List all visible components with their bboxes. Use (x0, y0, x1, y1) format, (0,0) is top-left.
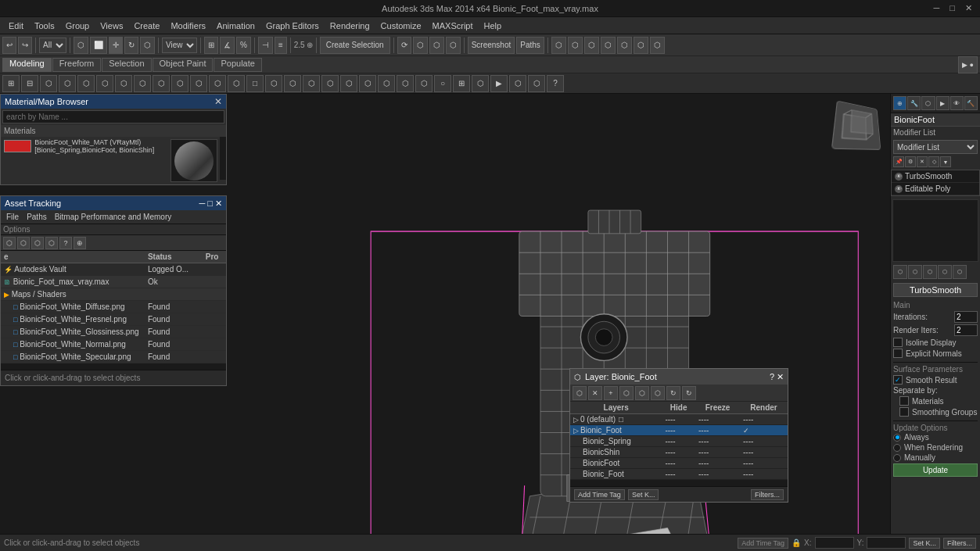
set-k-status-btn[interactable]: Set K... (909, 538, 940, 549)
tool-5[interactable]: ⬡ (77, 75, 95, 92)
ts-materials-checkbox[interactable] (899, 396, 909, 406)
layer-tool-1[interactable]: ⬡ (573, 386, 587, 400)
make-unique-icon[interactable]: ◇ (928, 156, 939, 167)
tool-26[interactable]: ⬡ (472, 75, 489, 92)
ts-manually-radio[interactable]: Manually (893, 453, 978, 462)
menu-graph-editors[interactable]: Graph Editors (261, 20, 324, 32)
mat-item[interactable]: BionicFoot_White_MAT (VRayMtl) [Bionic_S… (1, 137, 168, 156)
tool-27[interactable]: ▶ (490, 75, 508, 92)
ts-render-items-input[interactable] (954, 324, 978, 336)
material-browser-window[interactable]: Material/Map Browser ✕ Materials BionicF… (0, 94, 227, 185)
asset-tool-2[interactable]: ⬡ (17, 237, 30, 249)
editablepoly-visibility[interactable]: 👁 (895, 185, 903, 193)
populate-mode-btn[interactable]: ▶ ● (958, 56, 978, 73)
tab-modeling[interactable]: Modeling (2, 58, 52, 72)
close-btn[interactable]: ✕ (961, 3, 976, 13)
layer-row-spring[interactable]: Bionic_Spring ---- ---- ---- (570, 436, 788, 447)
menu-group[interactable]: Group (61, 20, 95, 32)
layer-row-default[interactable]: ▷0 (default)□ ---- ---- ---- (570, 414, 788, 425)
layer-row-foot2[interactable]: Bionic_Foot ---- ---- ---- (570, 469, 788, 480)
tool-30[interactable]: ? (547, 75, 564, 92)
asset-row-glossiness[interactable]: □ BionicFoot_White_Glossiness.png Found (1, 326, 226, 338)
render6-btn[interactable]: ⬡ (634, 37, 648, 54)
pin-stack-icon[interactable]: 📌 (893, 156, 904, 167)
tab-populate[interactable]: Populate (214, 58, 261, 72)
asset-row-file[interactable]: 🗎 Bionic_Foot_max_vray.max Ok (1, 276, 226, 288)
filters-btn[interactable]: Filters... (751, 489, 784, 500)
tool-21[interactable]: ⬡ (378, 75, 395, 92)
tool-29[interactable]: ⬡ (528, 75, 545, 92)
update-btn[interactable]: Update (893, 463, 978, 477)
panel-icon-c[interactable]: ⬡ (923, 265, 937, 279)
tab-selection[interactable]: Selection (102, 58, 151, 72)
select-btn[interactable]: ⬡ (74, 37, 88, 54)
menu-create[interactable]: Create (129, 20, 164, 32)
asset-row-diffuse[interactable]: □ BionicFoot_White_Diffuse.png Found (1, 301, 226, 313)
filters-status-btn[interactable]: Filters... (943, 538, 976, 549)
menu-views[interactable]: Views (95, 20, 127, 32)
tool-1[interactable]: ⊞ (2, 75, 20, 92)
tab-object-paint[interactable]: Object Paint (153, 58, 214, 72)
layer-tool-7[interactable]: ↻ (666, 386, 680, 400)
asset-menu-paths[interactable]: Paths (23, 212, 50, 222)
menu-modifiers[interactable]: Modifiers (166, 20, 210, 32)
set-k-btn[interactable]: Set K... (628, 489, 659, 500)
tool-28[interactable]: ⬡ (509, 75, 526, 92)
minimize-btn[interactable]: ─ (930, 3, 944, 13)
tool-17[interactable]: ⬡ (303, 75, 320, 92)
view-mode-dropdown[interactable]: View (162, 38, 197, 53)
snap-btn[interactable]: ⊞ (204, 37, 218, 54)
layer-tool-3[interactable]: + (604, 386, 618, 400)
ts-always-radio[interactable]: Always (893, 433, 978, 442)
angle-snap-btn[interactable]: ∡ (220, 37, 235, 54)
render3-btn[interactable]: ⬡ (584, 37, 599, 54)
collapse-icon[interactable]: ▼ (940, 156, 951, 167)
ts-smooth-result-checkbox[interactable] (893, 375, 903, 385)
redo-btn[interactable]: ↪ (18, 37, 32, 54)
create-panel-icon[interactable]: ⊕ (893, 96, 906, 110)
asset-minimize-btn[interactable]: ─ (199, 199, 206, 209)
tool-4[interactable]: ⬡ (59, 75, 76, 92)
hierarchy-icon[interactable]: ⬡ (921, 96, 935, 110)
paths-btn[interactable]: Paths (516, 37, 544, 54)
layer-h-scrollbar[interactable] (570, 480, 788, 486)
asset-close-btn[interactable]: ✕ (215, 199, 222, 209)
render-btn[interactable]: ⬡ (551, 37, 566, 54)
tool-25[interactable]: ⊞ (453, 75, 470, 92)
layer-row-bionic-foot[interactable]: ▷Bionic_Foot ---- ---- ✓ (570, 425, 788, 436)
asset-menu-bitmap[interactable]: Bitmap Performance and Memory (52, 212, 175, 222)
move-btn[interactable]: ✛ (109, 37, 123, 54)
menu-customize[interactable]: Customize (376, 20, 426, 32)
tool-15[interactable]: ⬡ (265, 75, 282, 92)
tool-9[interactable]: ⬡ (153, 75, 170, 92)
scene-btn[interactable]: ⬡ (429, 37, 444, 54)
y-coord-input[interactable] (867, 537, 906, 549)
utilities-icon[interactable]: 🔨 (964, 96, 978, 110)
tool-8[interactable]: ⬡ (134, 75, 151, 92)
asset-row-normal[interactable]: □ BionicFoot_White_Normal.png Found (1, 338, 226, 351)
tool-13[interactable]: ⬡ (228, 75, 245, 92)
select-region-btn[interactable]: ⬜ (90, 37, 107, 54)
tool-11[interactable]: ⬡ (190, 75, 207, 92)
panel-icon-e[interactable]: ⬡ (953, 265, 967, 279)
maximize-btn[interactable]: □ (946, 3, 959, 13)
ts-when-rendering-radio[interactable]: When Rendering (893, 443, 978, 452)
ts-isoline-checkbox[interactable] (893, 338, 903, 347)
tool-19[interactable]: ⬡ (340, 75, 357, 92)
tab-freeform[interactable]: Freeform (52, 58, 102, 72)
modifier-item-turbosmooth[interactable]: 👁 TurboSmooth (892, 170, 979, 183)
align-btn[interactable]: ≡ (275, 37, 287, 54)
asset-row-specular[interactable]: □ BionicFoot_White_Specular.png Found (1, 351, 226, 363)
layer-close-btn[interactable]: ✕ (777, 372, 784, 382)
asset-row-maps[interactable]: ▶ Maps / Shaders (1, 288, 226, 301)
asset-h-scrollbar[interactable] (1, 363, 226, 370)
mat-browser-search[interactable] (2, 110, 224, 123)
asset-tool-6[interactable]: ⊕ (74, 237, 86, 249)
tool-7[interactable]: ⬡ (115, 75, 132, 92)
create-selection-btn[interactable]: Create Selection (320, 37, 390, 54)
layer-tool-4[interactable]: ⬡ (619, 386, 634, 400)
modifier-dropdown[interactable]: Modifier List (893, 140, 978, 154)
ts-smoothing-groups-checkbox[interactable] (899, 407, 909, 417)
tool-2[interactable]: ⊟ (21, 75, 38, 92)
layer-help-btn[interactable]: ? (770, 372, 774, 382)
